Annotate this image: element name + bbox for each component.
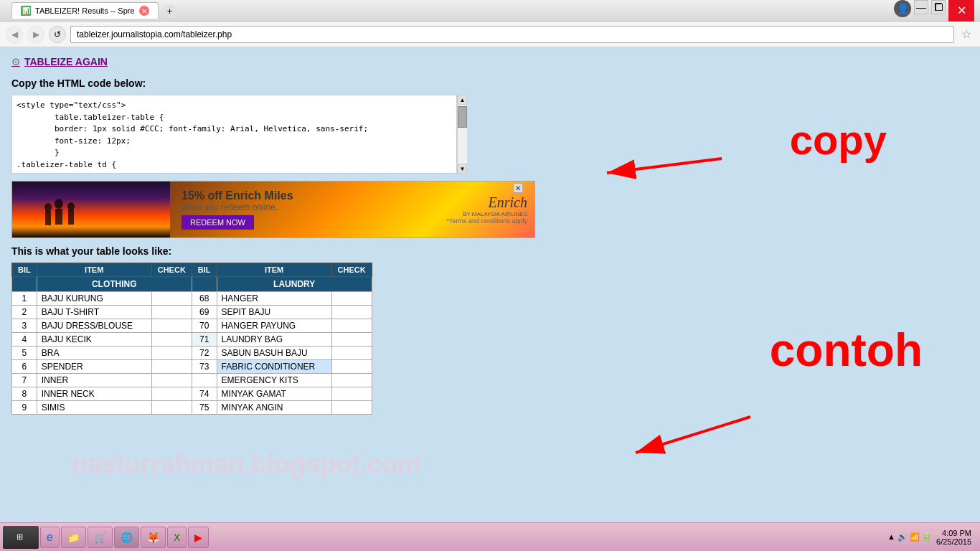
maximize-button[interactable]: ⧠ xyxy=(931,0,946,14)
bil-2-2: 69 xyxy=(192,306,217,319)
item-6-1: SPENDER xyxy=(37,360,151,374)
clock-time: 4:09 PM xyxy=(936,529,971,537)
taskbar-chrome[interactable]: 🌐 xyxy=(114,527,139,548)
check-1-2 xyxy=(331,292,372,306)
tableize-again-link[interactable]: TABLEIZE AGAIN xyxy=(11,56,969,67)
bil-8-1: 8 xyxy=(12,387,37,401)
col-item-1: ITEM xyxy=(37,263,151,277)
bil-7-1: 7 xyxy=(12,374,37,387)
scroll-down-arrow[interactable]: ▼ xyxy=(458,164,467,174)
ad-text-area: 15% off Enrich Miles when you redeem onl… xyxy=(170,184,446,235)
bil-8-2: 74 xyxy=(192,387,217,401)
tab-close-button[interactable]: ✕ xyxy=(139,6,149,16)
col-check-1: CHECK xyxy=(151,263,192,277)
ad-close-icon[interactable]: ✕ xyxy=(513,183,523,193)
tab-title: TABLEIZER! Results -- Spre xyxy=(35,6,135,15)
bil-3-2: 70 xyxy=(192,319,217,333)
bil-5-2: 72 xyxy=(192,347,217,360)
new-tab-button[interactable]: + xyxy=(163,4,177,19)
ad-image xyxy=(12,181,170,238)
subheader-laundry-bil xyxy=(192,277,217,292)
tray-icons: ▲ 🔊 📶 🔋 xyxy=(887,532,932,542)
active-tab[interactable]: 📊 TABLEIZER! Results -- Spre ✕ xyxy=(11,2,159,19)
item-1-1: BAJU KURUNG xyxy=(37,292,151,306)
title-bar: 📊 TABLEIZER! Results -- Spre ✕ + 👤 — ⧠ ✕ xyxy=(0,0,980,22)
start-button[interactable]: ⊞ xyxy=(3,526,39,549)
table-row: 9 SIMIS 75 MINYAK ANGIN xyxy=(12,401,372,415)
col-check-2: CHECK xyxy=(331,263,372,277)
svg-point-3 xyxy=(44,203,52,212)
ad-redeem-button[interactable]: REDEEM NOW xyxy=(182,215,254,230)
bookmark-icon[interactable]: ☆ xyxy=(958,27,974,41)
item-3-1: BAJU DRESS/BLOUSE xyxy=(37,319,151,333)
taskbar-explorer[interactable]: 📁 xyxy=(61,527,86,548)
subheader-clothing-bil xyxy=(12,277,37,292)
scroll-thumb[interactable] xyxy=(458,106,467,128)
bil-9-2: 75 xyxy=(192,401,217,415)
svg-point-7 xyxy=(67,202,75,211)
code-box-container: <style type="text/css"> table.tableizer-… xyxy=(11,95,467,174)
taskbar-app7[interactable]: ▶ xyxy=(188,527,209,548)
subheader-clothing: CLOTHING xyxy=(37,277,192,292)
item-9-2: MINYAK ANGIN xyxy=(217,401,331,415)
item-4-2: LAUNDRY BAG xyxy=(217,333,331,347)
taskbar-store[interactable]: 🛒 xyxy=(88,527,113,548)
item-2-2: SEPIT BAJU xyxy=(217,306,331,319)
bil-9-1: 9 xyxy=(12,401,37,415)
taskbar-excel[interactable]: X xyxy=(167,527,187,548)
bil-6-1: 6 xyxy=(12,360,37,374)
bil-1-2: 68 xyxy=(192,292,217,306)
check-6-2 xyxy=(331,360,372,374)
ad-subtitle: when you redeem online. xyxy=(182,202,435,212)
check-4-1 xyxy=(151,333,192,347)
browser-frame: 📊 TABLEIZER! Results -- Spre ✕ + 👤 — ⧠ ✕… xyxy=(0,0,980,551)
refresh-button[interactable]: ↺ xyxy=(49,26,66,43)
subheader-row: CLOTHING LAUNDRY xyxy=(12,277,372,292)
bil-3-1: 3 xyxy=(12,319,37,333)
check-3-2 xyxy=(331,319,372,333)
tableize-again-label: TABLEIZE AGAIN xyxy=(24,56,108,67)
code-scrollbar[interactable]: ▲ ▼ xyxy=(457,95,467,174)
bil-6-2: 73 xyxy=(192,360,217,374)
bil-4-1: 4 xyxy=(12,333,37,347)
bil-1-1: 1 xyxy=(12,292,37,306)
item-5-2: SABUN BASUH BAJU xyxy=(217,347,331,360)
taskbar-ie[interactable]: e xyxy=(40,527,60,548)
item-4-1: BAJU KECIK xyxy=(37,333,151,347)
svg-rect-6 xyxy=(55,209,62,225)
check-9-1 xyxy=(151,401,192,415)
svg-point-5 xyxy=(55,199,63,209)
bil-7-2 xyxy=(192,374,217,387)
table-row: 7 INNER EMERGENCY KITS xyxy=(12,374,372,387)
table-section-label: This is what your table looks like: xyxy=(11,245,969,257)
item-8-2: MINYAK GAMAT xyxy=(217,387,331,401)
data-table: BIL ITEM CHECK BIL ITEM CHECK CLOTHING L… xyxy=(11,263,372,415)
ad-title: 15% off Enrich Miles xyxy=(182,189,435,202)
scroll-up-arrow[interactable]: ▲ xyxy=(458,95,467,105)
back-button: ◀ xyxy=(6,26,23,43)
svg-line-1 xyxy=(607,159,722,173)
item-7-2: EMERGENCY KITS xyxy=(217,374,331,387)
minimize-button[interactable]: — xyxy=(914,0,928,14)
ad-silhouette-svg xyxy=(34,197,91,232)
close-button[interactable]: ✕ xyxy=(948,0,974,22)
check-9-2 xyxy=(331,401,372,415)
address-bar[interactable] xyxy=(70,26,954,43)
table-row: 3 BAJU DRESS/BLOUSE 70 HANGER PAYUNG xyxy=(12,319,372,333)
item-8-1: INNER NECK xyxy=(37,387,151,401)
svg-rect-8 xyxy=(68,210,74,225)
ad-logo: Enrich xyxy=(446,194,527,211)
ad-logo-sub: BY MALAYSIA AIRLINES xyxy=(446,211,527,217)
taskbar-firefox[interactable]: 🦊 xyxy=(141,527,166,548)
col-bil-1: BIL xyxy=(12,263,37,277)
window-controls: 👤 — ⧠ ✕ xyxy=(894,0,974,22)
item-6-2: FABRIC CONDITIONER xyxy=(217,360,331,374)
copy-annotation-text: copy xyxy=(790,116,887,164)
windows-icon: ⊞ xyxy=(17,532,23,542)
html-code-textarea[interactable]: <style type="text/css"> table.tableizer-… xyxy=(11,95,457,174)
chrome-icon: 🌐 xyxy=(121,532,133,543)
table-row: 6 SPENDER 73 FABRIC CONDITIONER xyxy=(12,360,372,374)
ad-terms: *Terms and conditions apply xyxy=(446,217,527,225)
table-row: 4 BAJU KECIK 71 LAUNDRY BAG xyxy=(12,333,372,347)
col-bil-2: BIL xyxy=(192,263,217,277)
